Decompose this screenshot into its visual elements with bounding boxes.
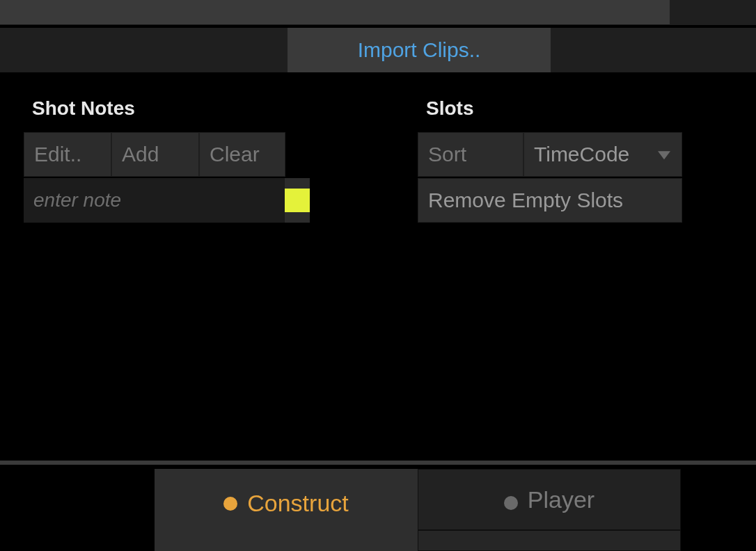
top-toolbar <box>0 0 670 25</box>
tab-construct[interactable]: Construct <box>155 469 418 551</box>
shot-notes-heading: Shot Notes <box>24 97 285 120</box>
clear-note-button[interactable]: Clear <box>199 132 285 177</box>
note-input[interactable] <box>24 178 284 223</box>
shot-notes-panel: Shot Notes Edit.. Add Clear <box>24 97 285 223</box>
note-color-swatch <box>285 189 310 212</box>
sort-button[interactable]: Sort <box>418 132 523 177</box>
bottom-divider <box>0 461 756 465</box>
bottom-spacer-right <box>681 469 756 551</box>
chevron-down-icon <box>658 151 670 159</box>
note-input-row <box>24 178 285 223</box>
slots-panel: Slots Sort TimeCode Remove Empty Slots <box>418 97 682 223</box>
tab-player[interactable]: Player <box>418 469 681 530</box>
main-area: Shot Notes Edit.. Add Clear Slots Sort <box>0 72 756 465</box>
tab-player-sub[interactable] <box>418 530 681 551</box>
edit-note-label: Edit.. <box>34 143 81 166</box>
sort-mode-value: TimeCode <box>534 143 629 166</box>
sort-label: Sort <box>428 143 466 166</box>
tab-construct-label: Construct <box>247 490 349 517</box>
import-row: Import Clips.. <box>0 28 756 72</box>
edit-note-button[interactable]: Edit.. <box>24 132 111 177</box>
dot-icon <box>504 496 518 510</box>
slots-heading: Slots <box>418 97 682 120</box>
import-row-spacer-left <box>0 28 288 72</box>
note-color-button[interactable] <box>284 178 310 223</box>
shot-notes-button-row: Edit.. Add Clear <box>24 132 285 177</box>
add-note-button[interactable]: Add <box>111 132 199 177</box>
sort-mode-select[interactable]: TimeCode <box>523 132 682 177</box>
import-row-spacer-right <box>551 28 756 72</box>
slots-sort-row: Sort TimeCode <box>418 132 682 177</box>
bottom-spacer-left <box>0 469 155 551</box>
top-toolbar-right <box>670 0 756 25</box>
tab-player-label: Player <box>528 486 594 513</box>
clear-note-label: Clear <box>210 143 260 166</box>
import-clips-label: Import Clips.. <box>358 38 481 62</box>
import-clips-button[interactable]: Import Clips.. <box>288 28 551 72</box>
bottom-tab-bar: Construct Player <box>0 469 756 551</box>
add-note-label: Add <box>122 143 159 166</box>
dot-icon <box>223 497 237 511</box>
remove-empty-slots-button[interactable]: Remove Empty Slots <box>418 178 682 223</box>
remove-empty-slots-label: Remove Empty Slots <box>428 189 623 212</box>
tab-player-group: Player <box>418 469 681 551</box>
